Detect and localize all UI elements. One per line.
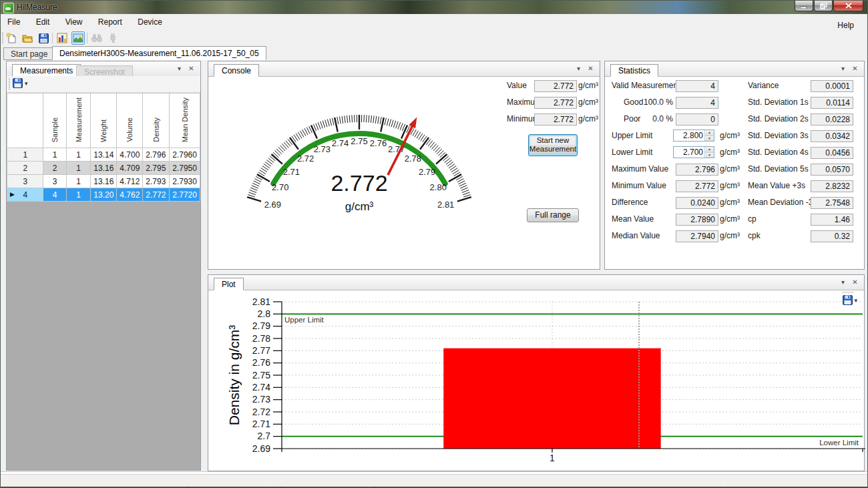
table-cell-measurement[interactable]: 1 bbox=[66, 188, 90, 202]
table-cell-volume[interactable]: 4.709 bbox=[117, 162, 143, 175]
svg-text:2.77: 2.77 bbox=[252, 345, 270, 356]
column-header[interactable]: Weight bbox=[91, 93, 117, 148]
svg-text:2.7: 2.7 bbox=[258, 431, 271, 441]
chevron-down-icon[interactable] bbox=[838, 64, 848, 73]
column-header[interactable]: Sample bbox=[43, 93, 67, 148]
stat-label: Std. Deviation 4s bbox=[748, 148, 809, 157]
table-cell-density[interactable]: 2.796 bbox=[143, 148, 170, 162]
table-cell-measurement[interactable]: 1 bbox=[66, 175, 90, 188]
table-cell-density[interactable]: 2.793 bbox=[143, 175, 170, 188]
stat-label: Variance bbox=[748, 81, 779, 90]
table-cell-mean_density[interactable]: 2.7930 bbox=[170, 175, 200, 188]
table-cell-mean_density[interactable]: 2.7960 bbox=[170, 148, 200, 162]
menu-edit[interactable]: Edit bbox=[29, 15, 57, 29]
lower-limit-spinner[interactable]: 2.700▲▼ bbox=[673, 146, 714, 158]
column-header[interactable]: Density bbox=[143, 93, 170, 148]
stat-label: Std. Deviation 2s bbox=[748, 114, 809, 124]
stat-label: Mean Deviation -3s bbox=[748, 198, 817, 207]
unit-label: g/cm³ bbox=[720, 214, 740, 224]
toolbar-grip[interactable] bbox=[2, 33, 3, 43]
table-row[interactable]: ▶44113.204.7622.7722.7720 bbox=[7, 188, 200, 202]
chevron-down-icon[interactable] bbox=[174, 64, 184, 73]
row-header-cell[interactable]: 1 bbox=[7, 148, 43, 162]
restore-button[interactable] bbox=[814, 1, 833, 11]
toolbar-grip[interactable] bbox=[843, 292, 855, 293]
report-chart-icon[interactable] bbox=[55, 31, 69, 45]
tab-plot[interactable]: Plot bbox=[214, 278, 244, 290]
toolbar-grip[interactable] bbox=[9, 79, 10, 89]
svg-text:2.69: 2.69 bbox=[264, 200, 281, 210]
close-icon[interactable] bbox=[850, 64, 860, 73]
plot-panel-header: Plot bbox=[208, 275, 864, 290]
close-icon[interactable] bbox=[850, 278, 860, 287]
table-cell-weight[interactable]: 13.16 bbox=[91, 175, 117, 188]
svg-text:2.81: 2.81 bbox=[252, 296, 270, 307]
upper-limit-spinner[interactable]: 2.800▲▼ bbox=[673, 130, 714, 142]
new-document-icon[interactable] bbox=[5, 31, 18, 45]
table-cell-volume[interactable]: 4.762 bbox=[117, 188, 143, 202]
tab-measurement-document[interactable]: DensimeterH300S-Measurement_11.06.2015-1… bbox=[52, 46, 266, 60]
tab-statistics[interactable]: Statistics bbox=[610, 64, 658, 77]
chevron-down-icon[interactable]: ▾ bbox=[25, 80, 28, 87]
close-button[interactable] bbox=[833, 1, 863, 11]
save-measurements-button[interactable]: ▾ bbox=[13, 78, 28, 88]
table-cell-volume[interactable]: 4.700 bbox=[117, 148, 143, 162]
menu-file[interactable]: File bbox=[1, 15, 27, 29]
menu-device[interactable]: Device bbox=[131, 15, 169, 29]
chevron-down-icon[interactable]: ▾ bbox=[854, 297, 857, 304]
unit-label: g/cm³ bbox=[720, 181, 740, 190]
table-cell-weight[interactable]: 13.16 bbox=[91, 162, 117, 175]
table-corner-cell[interactable] bbox=[7, 93, 43, 148]
full-range-button[interactable]: Full range bbox=[527, 208, 579, 222]
chevron-down-icon[interactable] bbox=[574, 64, 584, 73]
chevron-down-icon[interactable] bbox=[838, 278, 848, 287]
close-icon[interactable] bbox=[186, 64, 196, 73]
tab-screenshot[interactable]: Screenshot bbox=[76, 65, 133, 77]
table-cell-measurement[interactable]: 1 bbox=[66, 148, 90, 162]
table-cell-measurement[interactable]: 1 bbox=[66, 162, 90, 175]
column-header[interactable]: Volume bbox=[117, 93, 143, 148]
table-cell-mean_density[interactable]: 2.7950 bbox=[170, 162, 200, 175]
table-cell-sample[interactable]: 2 bbox=[43, 162, 67, 175]
spinner-up-icon[interactable]: ▲ bbox=[705, 147, 714, 152]
close-icon[interactable] bbox=[586, 64, 596, 73]
row-header-cell[interactable]: 3 bbox=[7, 175, 43, 188]
statistics-panel-header: Statistics bbox=[605, 61, 864, 77]
table-row[interactable]: 33113.164.7122.7932.7930 bbox=[7, 175, 200, 188]
start-new-measurement-button[interactable]: Start new Measurement bbox=[528, 134, 578, 156]
table-cell-volume[interactable]: 4.712 bbox=[117, 175, 143, 188]
table-cell-density[interactable]: 2.795 bbox=[143, 162, 170, 175]
table-row[interactable]: 11113.144.7002.7962.7960 bbox=[7, 148, 200, 162]
unit-label: g/cm³ bbox=[720, 131, 740, 140]
tab-start-page[interactable]: Start page bbox=[3, 47, 55, 60]
spinner-down-icon[interactable]: ▼ bbox=[705, 152, 714, 158]
row-header-cell[interactable]: ▶4 bbox=[7, 188, 43, 202]
minimize-button[interactable] bbox=[795, 1, 813, 11]
measurements-table[interactable]: SampleMeasurementWeightVolumeDensityMean… bbox=[7, 93, 200, 202]
table-cell-density[interactable]: 2.772 bbox=[143, 188, 170, 202]
menu-report[interactable]: Report bbox=[91, 15, 129, 29]
tab-measurements[interactable]: Measurements bbox=[12, 64, 81, 77]
open-folder-icon[interactable] bbox=[21, 31, 34, 45]
table-cell-sample[interactable]: 3 bbox=[43, 175, 67, 188]
svg-text:2.72: 2.72 bbox=[252, 407, 270, 417]
spinner-down-icon[interactable]: ▼ bbox=[705, 136, 714, 142]
save-icon[interactable] bbox=[37, 31, 50, 45]
tab-console[interactable]: Console bbox=[214, 64, 259, 77]
stat-value: 0.0228 bbox=[811, 113, 853, 126]
screenshot-image-icon[interactable] bbox=[71, 31, 85, 45]
table-cell-weight[interactable]: 13.14 bbox=[91, 148, 117, 162]
stat-label: Lower Limit bbox=[612, 148, 652, 157]
spinner-up-icon[interactable]: ▲ bbox=[705, 130, 714, 136]
save-plot-button[interactable]: ▾ bbox=[843, 295, 857, 305]
column-header[interactable]: Mean Density bbox=[170, 93, 200, 148]
table-row[interactable]: 22113.164.7092.7952.7950 bbox=[7, 162, 200, 175]
table-cell-sample[interactable]: 1 bbox=[43, 148, 67, 162]
table-cell-weight[interactable]: 13.20 bbox=[91, 188, 117, 202]
table-cell-mean_density[interactable]: 2.7720 bbox=[170, 188, 200, 202]
column-header[interactable]: Measurement bbox=[66, 93, 90, 148]
row-header-cell[interactable]: 2 bbox=[7, 162, 43, 175]
console-field-value: 2.772 bbox=[534, 80, 577, 92]
menu-view[interactable]: View bbox=[59, 15, 89, 29]
table-cell-sample[interactable]: 4 bbox=[43, 188, 67, 202]
